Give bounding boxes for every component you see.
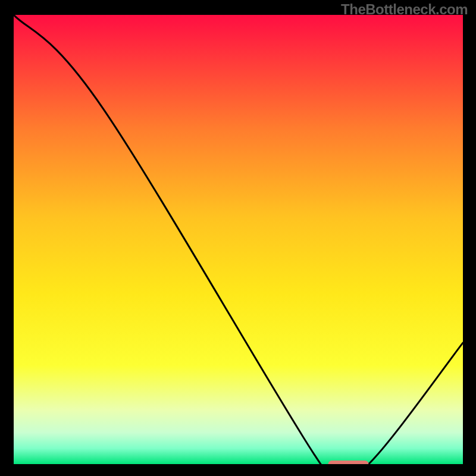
watermark-text: TheBottleneck.com	[341, 1, 468, 18]
plot-area	[14, 15, 463, 464]
chart-frame: TheBottleneck.com	[0, 0, 476, 476]
chart-svg	[14, 15, 463, 464]
gradient-background	[14, 15, 463, 464]
optimum-marker	[328, 461, 369, 464]
